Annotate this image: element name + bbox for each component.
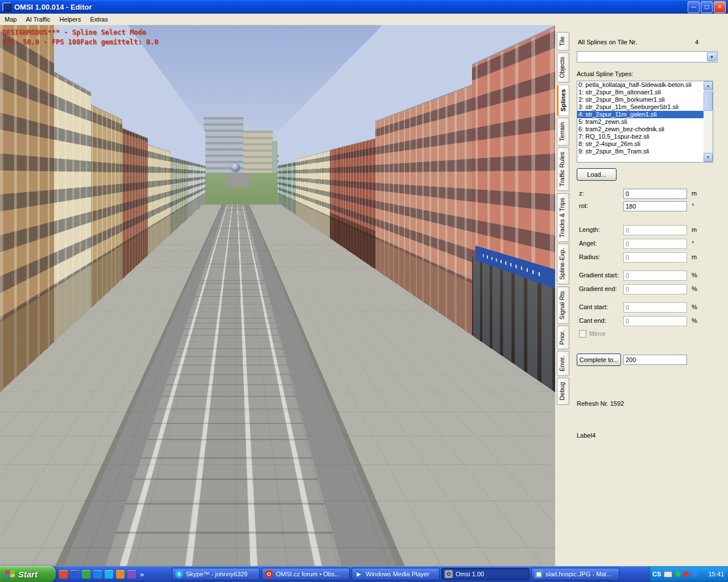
quick-launch-bar: » (59, 566, 145, 582)
menu-helpers[interactable]: Helpers (55, 14, 86, 24)
gradient-start-unit: % (692, 272, 697, 278)
taskbar-button-skype[interactable]: S Skype™ - johnny6329 (172, 568, 260, 580)
rot-label: rot: (579, 202, 588, 209)
tab-tile[interactable]: Tile (557, 32, 569, 51)
windows-flag-icon (5, 569, 15, 579)
quicklaunch-icon-4[interactable] (93, 570, 102, 579)
media-player-icon: ▶ (355, 570, 363, 578)
3d-viewport[interactable]: DESIGNMODUS*** - Spline Select Mode FPS:… (0, 25, 555, 566)
list-item[interactable]: 1: str_2spur_8m_altonaer1.sli (577, 89, 713, 96)
scroll-down-icon[interactable]: ▼ (704, 153, 713, 162)
scroll-thumb[interactable] (704, 92, 713, 111)
tab-spline-exp[interactable]: Spline-Exp. (557, 243, 569, 284)
load-button[interactable]: Load... (577, 168, 617, 181)
list-item[interactable]: 8: str_2-4spur_26m.sli (577, 140, 713, 148)
street-scene (0, 25, 555, 566)
length-input (623, 225, 687, 235)
z-input[interactable] (623, 189, 687, 199)
maximize-button[interactable]: □ (701, 1, 713, 13)
cant-start-unit: % (692, 304, 697, 310)
scroll-up-icon[interactable]: ▲ (704, 81, 713, 90)
tab-objects[interactable]: Objects (557, 52, 569, 82)
minimize-button[interactable]: ─ (688, 1, 700, 13)
length-unit: m (692, 226, 697, 233)
debug-overlay: DESIGNMODUS*** - Spline Select Mode FPS:… (2, 28, 159, 47)
close-button[interactable]: × (714, 1, 726, 13)
quicklaunch-icon-2[interactable] (71, 570, 79, 579)
language-indicator[interactable]: CS (652, 571, 661, 577)
cant-end-input (623, 316, 687, 326)
list-item[interactable]: 7: RQ_10,5_1spur-bez.sli (577, 133, 713, 140)
list-item[interactable]: 9: str_2spur_8m_Tram.sli (577, 148, 713, 155)
quicklaunch-icon-3[interactable] (82, 570, 90, 579)
all-splines-value: 4 (695, 39, 698, 45)
tray-icon-3[interactable] (692, 571, 698, 577)
rot-unit: ° (692, 202, 694, 209)
refresh-counter: Refresh Nr. 1592 (577, 400, 624, 407)
omsi-icon: O (445, 570, 453, 578)
complete-to-input[interactable] (623, 355, 687, 365)
cant-start-input (623, 302, 687, 313)
spline-handle-sphere[interactable] (231, 163, 240, 172)
angel-label: Angel: (579, 240, 597, 247)
taskbar-button-browser[interactable]: O OMSI.cz forum • Obs... (262, 568, 350, 580)
tab-envir[interactable]: Envir. (557, 351, 569, 376)
spline-type-list[interactable]: 0: petla_kollataja_half-Sidewalk-beton.s… (577, 81, 713, 163)
menubar: Map AI Traffic Helpers Extras (0, 14, 728, 25)
z-label: z: (579, 190, 584, 197)
tab-prior[interactable]: Prior. (557, 326, 569, 350)
label4: Label4 (577, 432, 595, 439)
quicklaunch-icon-1[interactable] (59, 570, 68, 579)
cant-end-unit: % (692, 317, 697, 324)
spline-types-label: Actual Spline Types: (577, 70, 633, 77)
distant-road (226, 173, 249, 188)
tab-signal-rts[interactable]: Signal Rts (557, 286, 569, 324)
gradient-end-input (623, 284, 687, 294)
keyboard-icon[interactable] (664, 571, 672, 577)
system-tray: CS 15:41 (648, 566, 728, 582)
list-scrollbar[interactable]: ▲ ▼ (704, 81, 713, 162)
list-item[interactable]: 0: petla_kollataja_half-Sidewalk-beton.s… (577, 81, 713, 89)
mirror-label: Mirror (589, 330, 606, 337)
clock: 15:41 (708, 571, 724, 577)
quicklaunch-icon-7[interactable] (127, 570, 136, 579)
cant-end-label: Cant end: (579, 317, 606, 324)
menu-ai-traffic[interactable]: AI Traffic (21, 14, 55, 24)
panel-tabstrip: Tile Objects Splines Terrain Traffic Rul… (557, 32, 572, 405)
tray-icon-2[interactable] (684, 571, 689, 577)
list-item[interactable]: 6: tram2_zewn_bez-chodnik.sli (577, 126, 713, 133)
rot-input[interactable] (623, 201, 687, 211)
quicklaunch-overflow-chevron[interactable]: » (139, 570, 145, 579)
tab-debug[interactable]: Debug (557, 377, 569, 405)
quicklaunch-icon-6[interactable] (116, 570, 125, 579)
tray-icon-1[interactable] (675, 571, 681, 577)
menu-extras[interactable]: Extras (86, 14, 113, 24)
screen: OMSI 1.00.014 - Editor ─ □ × Map AI Traf… (0, 0, 728, 582)
editor-panel: Tile Objects Splines Terrain Traffic Rul… (555, 25, 728, 566)
window-title: OMSI 1.00.014 - Editor (14, 3, 92, 11)
tab-splines[interactable]: Splines (557, 85, 569, 116)
start-button[interactable]: Start (0, 566, 56, 582)
list-item-selected[interactable]: 4: str_2spur_11m_galen1.sli (577, 111, 713, 118)
skype-icon: S (175, 570, 183, 578)
menu-map[interactable]: Map (0, 14, 21, 24)
app-icon (2, 2, 11, 11)
list-item[interactable]: 3: str_2spur_11m_SeeburgerStr1.sli (577, 103, 713, 111)
distant-building (243, 131, 273, 176)
tab-terrain[interactable]: Terrain (557, 118, 569, 146)
list-item[interactable]: 2: str_2spur_8m_borkumer1.sli (577, 96, 713, 103)
combobox-dropdown-icon[interactable]: ▼ (707, 52, 717, 61)
quicklaunch-icon-5[interactable] (105, 570, 113, 579)
angel-input (623, 239, 687, 249)
taskbar-button-omsi[interactable]: O Omsi 1.00 (441, 568, 530, 580)
cant-start-label: Cant start: (579, 304, 608, 310)
list-item[interactable]: 5: tram2_zewn.sli (577, 118, 713, 126)
complete-to-button[interactable]: Complete to... (577, 354, 621, 366)
spline-combobox[interactable]: ▼ (577, 51, 718, 63)
taskbar: Start » S Skype™ - johnny6329 O OMSI.cz … (0, 566, 728, 582)
taskbar-button-image-viewer[interactable]: ▦ slad.hospic.JPG - Mal... (531, 568, 619, 580)
taskbar-button-media-player[interactable]: ▶ Windows Media Player (351, 568, 440, 580)
tab-traffic-rules[interactable]: Traffic Rules (557, 147, 569, 191)
titlebar[interactable]: OMSI 1.00.014 - Editor ─ □ × (0, 0, 728, 14)
tab-tracks-trips[interactable]: Tracks & Trips (557, 193, 569, 242)
